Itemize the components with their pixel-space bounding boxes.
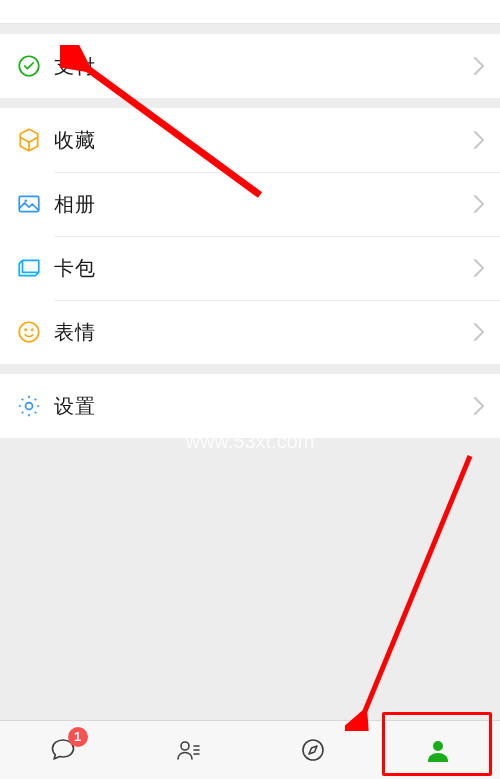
chevron-right-icon	[474, 57, 484, 75]
chevron-right-icon	[474, 323, 484, 341]
menu-row-label: 相册	[54, 191, 474, 218]
svg-point-4	[25, 329, 26, 330]
favorites-icon	[16, 127, 54, 153]
cards-icon	[16, 255, 54, 281]
chevron-right-icon	[474, 259, 484, 277]
svg-point-6	[26, 403, 33, 410]
menu-row-cards[interactable]: 卡包	[0, 236, 500, 300]
tab-discover[interactable]	[250, 721, 375, 779]
section-gap	[0, 98, 500, 108]
menu-row-label: 收藏	[54, 127, 474, 154]
menu-row-label: 设置	[54, 393, 474, 420]
chevron-right-icon	[474, 131, 484, 149]
annotation-arrow-bottom	[345, 451, 475, 731]
svg-point-2	[24, 199, 27, 202]
menu-row-album[interactable]: 相册	[0, 172, 500, 236]
svg-point-3	[19, 322, 39, 342]
sticker-icon	[16, 319, 54, 345]
menu-row-favorites[interactable]: 收藏	[0, 108, 500, 172]
menu-row-label: 支付	[54, 53, 474, 80]
chevron-right-icon	[474, 397, 484, 415]
chevron-right-icon	[474, 195, 484, 213]
settings-icon	[16, 393, 54, 419]
menu-section-main: 收藏 相册 卡包	[0, 108, 500, 364]
album-icon	[16, 191, 54, 217]
menu-section-pay: 支付	[0, 34, 500, 98]
menu-row-pay[interactable]: 支付	[0, 34, 500, 98]
bottom-tab-bar: 1	[0, 720, 500, 779]
menu-row-label: 卡包	[54, 255, 474, 282]
menu-row-label: 表情	[54, 319, 474, 346]
section-gap	[0, 364, 500, 374]
contacts-icon	[173, 735, 203, 765]
discover-icon	[298, 735, 328, 765]
tab-me[interactable]	[375, 721, 500, 779]
profile-header-bottom-strip	[0, 0, 500, 24]
svg-point-7	[181, 742, 189, 750]
svg-point-8	[303, 740, 323, 760]
menu-section-settings: 设置	[0, 374, 500, 438]
menu-row-settings[interactable]: 设置	[0, 374, 500, 438]
svg-point-5	[32, 329, 33, 330]
tab-chats[interactable]: 1	[0, 721, 125, 779]
tab-contacts[interactable]	[125, 721, 250, 779]
pay-icon	[16, 53, 54, 79]
chats-badge: 1	[68, 727, 88, 747]
svg-point-9	[433, 741, 443, 751]
svg-rect-1	[19, 196, 39, 211]
svg-line-11	[365, 456, 470, 711]
me-icon	[423, 735, 453, 765]
section-gap	[0, 24, 500, 34]
menu-row-sticker[interactable]: 表情	[0, 300, 500, 364]
